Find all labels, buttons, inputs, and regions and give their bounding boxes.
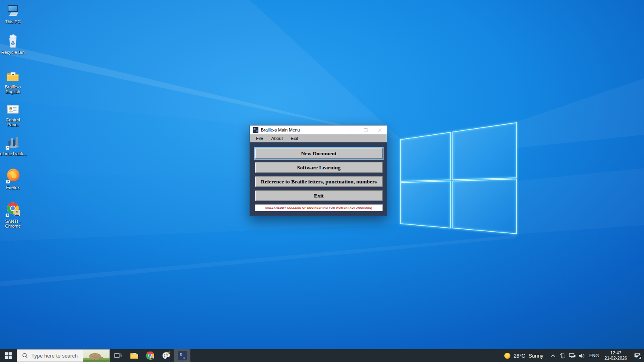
- minimize-icon: [350, 130, 354, 130]
- volume-tray-button[interactable]: [577, 349, 587, 362]
- taskbar: B s 28°C Sunny: [0, 349, 644, 362]
- paint3d-icon: [162, 352, 171, 360]
- recycle-bin-icon: [6, 34, 20, 49]
- menu-about[interactable]: About: [267, 134, 287, 142]
- menu-file[interactable]: File: [252, 134, 267, 142]
- task-view-button[interactable]: [110, 349, 126, 362]
- task-view-icon: [114, 352, 122, 359]
- college-banner: MALLAREDDY COLLEGE OF ENGINEERING FOR WO…: [255, 204, 383, 211]
- file-explorer-icon: [130, 352, 138, 359]
- control-panel-icon: [6, 103, 20, 117]
- chrome-icon: [146, 351, 155, 360]
- profile-photo: [14, 210, 20, 216]
- windows-start-icon: [5, 352, 12, 359]
- desktop-icon-this-pc[interactable]: This PC: [0, 4, 26, 24]
- desktop-icon-santi-chrome[interactable]: SANTI - Chrome: [0, 201, 26, 228]
- notification-count-badge: 4: [638, 355, 643, 360]
- tray-date: 21-02-2026: [605, 356, 627, 361]
- desktop-icon-etimetrack[interactable]: eTimeTrack...: [0, 134, 26, 156]
- exit-button[interactable]: Exit: [255, 190, 383, 201]
- search-icon: [22, 353, 28, 358]
- desktop-icon-label: Braille-s English: [0, 84, 26, 94]
- desktop-icon-label: eTimeTrack...: [0, 151, 26, 156]
- maximize-icon: [364, 128, 367, 132]
- phone-sync-icon: [560, 353, 566, 359]
- software-learning-button[interactable]: Software Learning: [255, 162, 383, 173]
- minimize-button[interactable]: [345, 125, 359, 134]
- window-title: Braille-s Main Menu: [261, 128, 345, 132]
- chrome-profile-badge: [150, 356, 154, 360]
- window-body: New Document Software Learning Reference…: [250, 142, 387, 211]
- close-icon: [378, 128, 382, 132]
- braille-window-icon: [253, 127, 258, 133]
- system-tray: 28°C Sunny: [500, 349, 644, 362]
- desktop-icon-recycle-bin[interactable]: Recycle Bin: [0, 34, 26, 55]
- weather-temperature: 28°C: [514, 353, 525, 359]
- desktop-icon-braille-english[interactable]: Braille-s English: [0, 69, 26, 94]
- desktop-icon-firefox[interactable]: Firefox: [0, 167, 26, 190]
- chevron-up-icon: [551, 354, 555, 357]
- wallpaper-windows-logo: [400, 123, 516, 234]
- speaker-icon: [579, 353, 585, 358]
- start-button[interactable]: [0, 349, 17, 362]
- file-explorer-button[interactable]: [126, 349, 142, 362]
- braille-reference-button[interactable]: Reference to Braille letters, punctuatio…: [255, 176, 383, 187]
- chrome-profile-icon: [5, 201, 21, 218]
- network-tray-button[interactable]: [568, 349, 577, 362]
- desktop-icon-control-panel[interactable]: Control Panel: [0, 103, 26, 127]
- desktop-icon-label: Recycle Bin: [0, 50, 26, 55]
- maximize-button[interactable]: [359, 125, 373, 134]
- weather-widget[interactable]: 28°C Sunny: [500, 349, 548, 362]
- action-center-button[interactable]: 4: [630, 349, 644, 362]
- network-ethernet-icon: [569, 353, 576, 358]
- desktop-icon-label: This PC: [0, 19, 26, 24]
- desktop-screen: This PC Recycle Bin Braille-s English: [0, 0, 644, 362]
- braille-app-taskbar-button[interactable]: B s: [174, 349, 190, 362]
- your-phone-tray-button[interactable]: [558, 349, 568, 362]
- sun-icon: [504, 353, 510, 359]
- svg-text:s: s: [183, 356, 185, 360]
- search-highlight-image[interactable]: [83, 350, 109, 362]
- college-banner-text: MALLAREDDY COLLEGE OF ENGINEERING FOR WO…: [265, 206, 372, 209]
- language-indicator[interactable]: ENG: [587, 349, 601, 362]
- tray-time: 12:47: [605, 350, 627, 356]
- window-menubar: File About Exit: [250, 134, 387, 142]
- taskbar-search-box[interactable]: [17, 349, 110, 362]
- firefox-icon: [5, 167, 21, 184]
- new-document-button[interactable]: New Document: [255, 148, 383, 159]
- clock-widget[interactable]: 12:47 21-02-2026: [601, 349, 630, 362]
- desktop-icon-label: Control Panel: [0, 117, 26, 127]
- search-input[interactable]: [31, 353, 79, 359]
- weather-condition: Sunny: [528, 353, 543, 359]
- close-button[interactable]: [373, 125, 387, 134]
- desktop-icon-label: SANTI - Chrome: [0, 219, 26, 228]
- chrome-taskbar-button[interactable]: [142, 349, 158, 362]
- paint3d-taskbar-button[interactable]: [158, 349, 174, 362]
- menu-exit[interactable]: Exit: [287, 134, 302, 142]
- svg-text:B: B: [180, 352, 182, 356]
- braille-main-menu-window: Braille-s Main Menu File About Exit New …: [250, 125, 387, 216]
- desktop-icon-label: Firefox: [0, 185, 26, 190]
- tray-overflow-button[interactable]: [548, 349, 558, 362]
- this-pc-icon: [6, 4, 20, 19]
- window-titlebar[interactable]: Braille-s Main Menu: [250, 125, 387, 134]
- bar-chart-app-icon: [5, 134, 21, 150]
- folder-icon: [6, 69, 20, 84]
- braille-app-icon: B s: [178, 351, 187, 360]
